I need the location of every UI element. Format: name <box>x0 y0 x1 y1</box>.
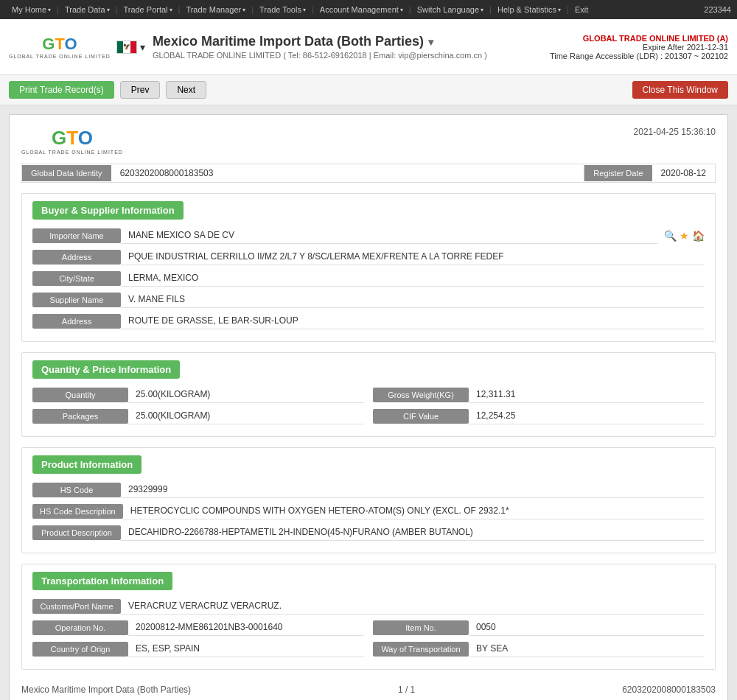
nav-switch-language[interactable]: Switch Language ▾ <box>411 5 489 14</box>
quantity-value: 25.00(KILOGRAM) <box>128 386 364 403</box>
record-card: GTO GLOBAL TRADE ONLINE LIMITED 2021-04-… <box>9 114 728 700</box>
nav-trade-portal[interactable]: Trade Portal ▾ <box>117 5 178 14</box>
account-expire: Expire After 2021-12-31 <box>550 43 728 52</box>
nav-account-management[interactable]: Account Management ▾ <box>314 5 409 14</box>
packages-value: 25.00(KILOGRAM) <box>128 407 364 424</box>
way-label: Way of Transportation <box>373 642 469 657</box>
nav-trade-tools[interactable]: Trade Tools ▾ <box>254 5 312 14</box>
star-icon[interactable]: ★ <box>680 230 689 242</box>
home-icon[interactable]: 🏠 <box>692 230 705 242</box>
hs-desc-value: HETEROCYCLIC COMPOUNDS WITH OXYGEN HETER… <box>123 503 705 519</box>
product-desc-row: Product Description DECAHIDRO-2266788-HE… <box>32 524 705 541</box>
supplier-address-label: Address <box>32 314 121 329</box>
way-col: Way of Transportation BY SEA <box>373 640 705 657</box>
nav-trade-data[interactable]: Trade Data ▾ <box>59 5 116 14</box>
quantity-col: Quantity 25.00(KILOGRAM) <box>32 386 364 403</box>
packages-label: Packages <box>32 409 128 424</box>
chevron-down-icon: ▾ <box>107 7 110 13</box>
nav-exit[interactable]: Exit <box>569 5 594 14</box>
logo-subtitle: GLOBAL TRADE ONLINE LIMITED <box>9 54 111 59</box>
record-datetime: 2021-04-25 15:36:10 <box>634 127 716 137</box>
register-date-label: Register Date <box>584 165 652 181</box>
operation-col: Operation No. 20200812-MME861201NB3-0001… <box>32 619 364 636</box>
transportation-section: Transportation Information Customs/Port … <box>21 564 716 670</box>
cif-value: 12,254.25 <box>469 407 705 424</box>
cif-label: CIF Value <box>373 409 469 424</box>
main-content: GTO GLOBAL TRADE ONLINE LIMITED 2021-04-… <box>0 105 737 700</box>
account-ldr: Time Range Accessible (LDR) : 201307 ~ 2… <box>550 52 728 60</box>
account-name: GLOBAL TRADE ONLINE LIMITED (A) <box>550 34 728 43</box>
importer-address-row: Address PQUE INDUSTRIAL CERRILLO II/MZ 2… <box>32 248 705 265</box>
quantity-label: Quantity <box>32 388 128 402</box>
gross-weight-label: Gross Weight(KG) <box>373 388 469 402</box>
hs-code-row: HS Code 29329999 <box>32 481 705 498</box>
next-button[interactable]: Next <box>166 81 206 99</box>
operation-label: Operation No. <box>32 620 128 635</box>
card-logo-o: O <box>78 127 93 149</box>
item-col: Item No. 0050 <box>373 619 705 636</box>
customs-row: Customs/Port Name VERACRUZ VERACRUZ VERA… <box>32 598 705 615</box>
quantity-price-header: Quantity & Price Information <box>32 360 180 379</box>
logo-t: T <box>55 35 64 53</box>
city-state-row: City/State LERMA, MEXICO <box>32 270 705 287</box>
customs-value: VERACRUZ VERACRUZ VERACRUZ. <box>121 598 705 615</box>
product-desc-value: DECAHIDRO-2266788-HEPTAMETIL 2H-INDENO(4… <box>121 524 705 541</box>
country-col: Country of Orign ES, ESP, SPAIN <box>32 640 364 657</box>
footer-page-info: 1 / 1 <box>398 685 415 695</box>
title-dropdown-icon[interactable]: ▾ <box>428 36 433 48</box>
chevron-down-icon: ▾ <box>481 7 483 13</box>
transportation-header: Transportation Information <box>32 572 172 590</box>
buyer-supplier-section: Buyer & Supplier Information Importer Na… <box>21 193 716 342</box>
operation-item-row: Operation No. 20200812-MME861201NB3-0001… <box>32 619 705 636</box>
hs-code-value: 29329999 <box>121 481 705 498</box>
cif-col: CIF Value 12,254.25 <box>373 407 705 424</box>
global-data-identity-label: Global Data Identity <box>22 165 111 181</box>
product-desc-label: Product Description <box>32 525 121 540</box>
page-title: Mexico Maritime Import Data (Both Partie… <box>153 34 550 49</box>
print-button[interactable]: Print Trade Record(s) <box>9 81 114 99</box>
search-icon[interactable]: 🔍 <box>664 230 677 242</box>
nav-trade-manager[interactable]: Trade Manager ▾ <box>180 5 251 14</box>
register-date-value: 2020-08-12 <box>652 164 715 182</box>
operation-value: 20200812-MME861201NB3-0001640 <box>128 619 364 636</box>
gross-weight-value: 12,311.31 <box>469 386 705 403</box>
company-line: GLOBAL TRADE ONLINE LIMITED ( Tel: 86-51… <box>153 51 550 60</box>
chevron-down-icon: ▾ <box>303 7 306 13</box>
chevron-down-icon: ▾ <box>170 7 172 13</box>
flag-dropdown-icon[interactable]: ▾ <box>140 41 145 53</box>
nav-help-statistics[interactable]: Help & Statistics ▾ <box>492 5 567 14</box>
card-logo-t: T <box>66 127 77 149</box>
hs-desc-row: HS Code Description HETEROCYCLIC COMPOUN… <box>32 503 705 519</box>
flag-red-stripe <box>130 41 136 53</box>
top-navigation: My Home ▾ | Trade Data ▾ | Trade Portal … <box>0 0 737 19</box>
packages-cif-row: Packages 25.00(KILOGRAM) CIF Value 12,25… <box>32 407 705 424</box>
packages-col: Packages 25.00(KILOGRAM) <box>32 407 364 424</box>
supplier-name-value: V. MANE FILS <box>121 291 705 308</box>
page-header: GTO GLOBAL TRADE ONLINE LIMITED 🦅 ▾ Mexi… <box>0 19 737 75</box>
prev-button[interactable]: Prev <box>120 81 161 99</box>
chevron-down-icon: ▾ <box>558 7 561 13</box>
hs-code-label: HS Code <box>32 483 121 497</box>
importer-name-value: MANE MEXICO SA DE CV <box>121 227 658 244</box>
city-state-label: City/State <box>32 271 121 286</box>
quantity-price-section: Quantity & Price Information Quantity 25… <box>21 352 716 437</box>
logo: GTO GLOBAL TRADE ONLINE LIMITED <box>9 35 111 59</box>
page-title-area: Mexico Maritime Import Data (Both Partie… <box>153 34 550 60</box>
card-footer: Mexico Maritime Import Data (Both Partie… <box>21 680 716 699</box>
close-button[interactable]: Close This Window <box>632 81 728 99</box>
quantity-gross-row: Quantity 25.00(KILOGRAM) Gross Weight(KG… <box>32 386 705 403</box>
country-label: Country of Orign <box>32 642 128 657</box>
card-header: GTO GLOBAL TRADE ONLINE LIMITED 2021-04-… <box>21 127 716 155</box>
importer-actions: 🔍 ★ 🏠 <box>664 230 705 242</box>
nav-my-home[interactable]: My Home ▾ <box>6 5 57 14</box>
flag-white-stripe: 🦅 <box>123 41 130 53</box>
address-value: PQUE INDUSTRIAL CERRILLO II/MZ 2/L7 Y 8/… <box>121 248 705 265</box>
supplier-address-row: Address ROUTE DE GRASSE, LE BAR-SUR-LOUP <box>32 312 705 329</box>
card-logo-sub: GLOBAL TRADE ONLINE LIMITED <box>21 150 123 155</box>
supplier-name-row: Supplier Name V. MANE FILS <box>32 291 705 308</box>
global-data-identity-value: 6203202008000183503 <box>111 164 584 182</box>
product-header: Product Information <box>32 455 142 474</box>
footer-record-id: 6203202008000183503 <box>622 685 716 695</box>
chevron-down-icon: ▾ <box>48 7 51 13</box>
country-way-row: Country of Orign ES, ESP, SPAIN Way of T… <box>32 640 705 657</box>
